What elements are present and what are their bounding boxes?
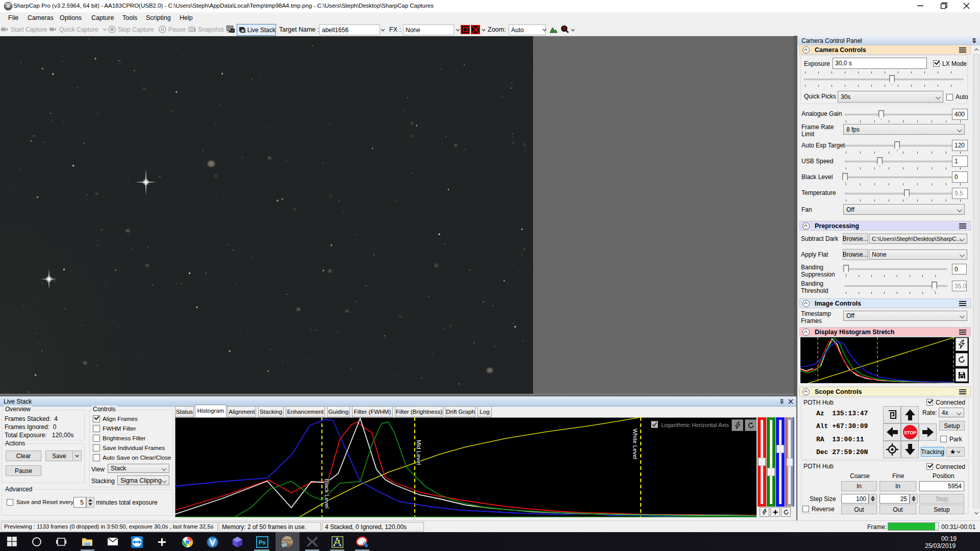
- svg-text:STOP: STOP: [903, 430, 916, 435]
- svg-text:Black Level: Black Level: [324, 479, 330, 509]
- svg-text:Mid Level: Mid Level: [416, 440, 422, 465]
- svg-text:White Level: White Level: [632, 429, 638, 459]
- svg-text:Ps: Ps: [259, 539, 265, 545]
